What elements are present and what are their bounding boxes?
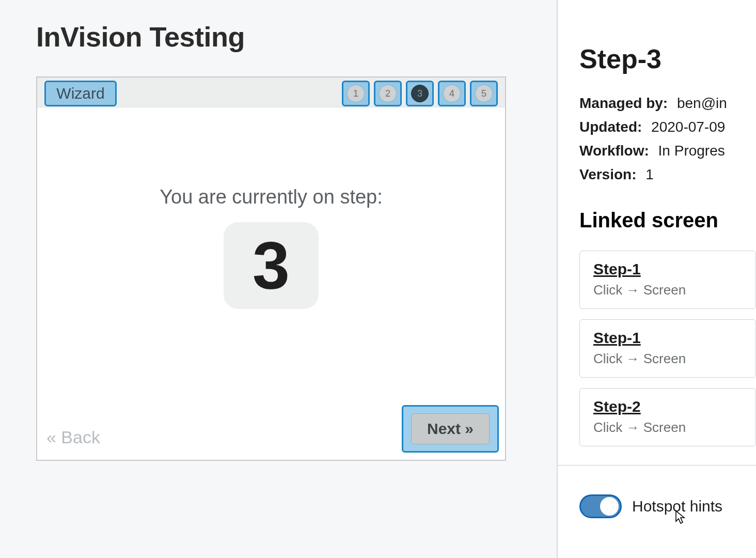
hotspot-step-1[interactable]: 1 — [342, 81, 370, 106]
linked-screen-action: Click → Screen — [593, 282, 742, 298]
linked-screen-name: Step-1 — [593, 329, 742, 347]
hotspot-next[interactable]: Next » — [402, 405, 499, 453]
meta-updated: Updated: 2020-07-09 — [579, 119, 756, 135]
meta-workflow: Workflow: In Progres — [579, 143, 756, 159]
step-dot-current: 3 — [411, 85, 429, 102]
linked-screen-action: Click → Screen — [593, 420, 742, 436]
current-step-number: 3 — [224, 222, 319, 309]
hotspot-hints-toggle[interactable] — [579, 494, 622, 518]
linked-screen-name: Step-2 — [593, 398, 742, 415]
meta-value: In Progres — [658, 143, 725, 159]
screen-topbar: Wizard 1 2 3 4 5 — [37, 78, 505, 107]
meta-value: 1 — [645, 166, 654, 182]
current-step-caption: You are currently on step: — [37, 186, 505, 208]
linked-screens-list: Step-1 Click → Screen Step-1 Click → Scr… — [579, 251, 756, 446]
meta-value: ben@in — [677, 95, 727, 111]
linked-screens-heading: Linked screen — [579, 209, 756, 232]
hotspot-step-5[interactable]: 5 — [470, 81, 498, 106]
hotspot-step-3[interactable]: 3 — [406, 81, 434, 106]
meta-label: Workflow: — [579, 143, 649, 159]
hotspot-step-2[interactable]: 2 — [374, 81, 402, 106]
screen-name-heading: Step-3 — [579, 43, 756, 74]
linked-screen-card[interactable]: Step-2 Click → Screen — [579, 388, 756, 446]
linked-screen-action: Click → Screen — [593, 351, 742, 367]
step-dot: 2 — [379, 85, 397, 102]
meta-label: Version: — [579, 166, 636, 182]
step-dots: 1 2 3 4 5 — [342, 81, 498, 106]
meta-label: Managed by: — [579, 95, 668, 111]
meta-managed-by: Managed by: ben@in — [579, 95, 756, 112]
next-button: Next » — [411, 413, 490, 444]
hotspot-hints-bar: Hotspot hints — [558, 465, 756, 558]
step-dot: 1 — [347, 85, 365, 102]
prototype-preview-pane: InVision Testing Wizard 1 2 3 4 5 You ar… — [0, 0, 558, 558]
step-dot: 4 — [443, 85, 461, 102]
details-panel: Step-3 Managed by: ben@in Updated: 2020-… — [558, 0, 756, 558]
hotspot-wizard[interactable]: Wizard — [44, 81, 117, 106]
meta-version: Version: 1 — [579, 166, 756, 183]
hotspot-hints-label: Hotspot hints — [632, 494, 722, 518]
linked-screen-name: Step-1 — [593, 260, 742, 278]
step-dot: 5 — [475, 85, 493, 102]
linked-screen-card[interactable]: Step-1 Click → Screen — [579, 319, 756, 378]
screen-canvas: Wizard 1 2 3 4 5 You are currently on st… — [36, 76, 506, 461]
wizard-label: Wizard — [56, 85, 104, 102]
back-button[interactable]: « Back — [46, 427, 100, 447]
hotspot-step-4[interactable]: 4 — [438, 81, 466, 106]
page-title: InVision Testing — [36, 21, 245, 53]
toggle-knob — [600, 497, 619, 516]
meta-value: 2020-07-09 — [651, 119, 725, 135]
meta-label: Updated: — [579, 119, 642, 135]
linked-screen-card[interactable]: Step-1 Click → Screen — [579, 251, 756, 309]
